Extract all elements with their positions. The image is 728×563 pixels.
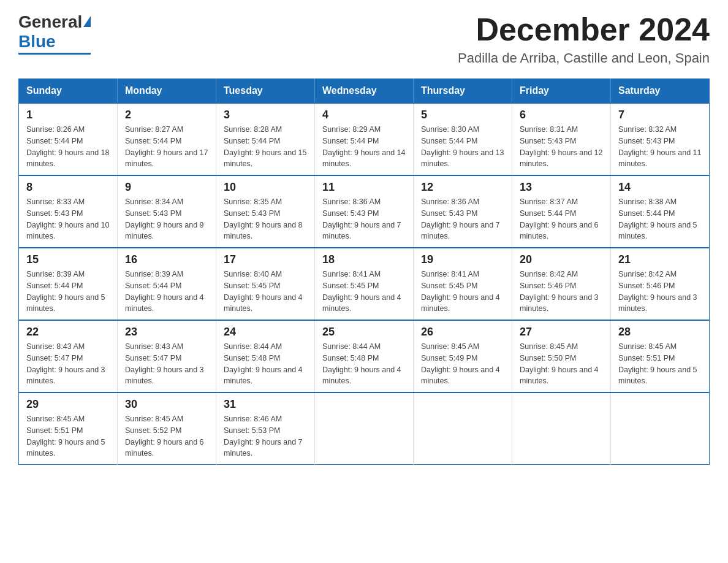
table-row: 30Sunrise: 8:45 AMSunset: 5:52 PMDayligh… xyxy=(118,393,216,465)
table-row: 24Sunrise: 8:44 AMSunset: 5:48 PMDayligh… xyxy=(216,320,315,393)
table-row: 3Sunrise: 8:28 AMSunset: 5:44 PMDaylight… xyxy=(216,103,315,175)
day-number: 9 xyxy=(125,181,208,194)
calendar-table: Sunday Monday Tuesday Wednesday Thursday… xyxy=(18,79,710,465)
day-info: Sunrise: 8:39 AMSunset: 5:44 PMDaylight:… xyxy=(125,269,208,315)
table-row: 20Sunrise: 8:42 AMSunset: 5:46 PMDayligh… xyxy=(512,248,611,320)
day-info: Sunrise: 8:45 AMSunset: 5:50 PMDaylight:… xyxy=(520,341,603,387)
day-info: Sunrise: 8:43 AMSunset: 5:47 PMDaylight:… xyxy=(125,341,208,387)
day-number: 23 xyxy=(125,326,208,339)
table-row: 10Sunrise: 8:35 AMSunset: 5:43 PMDayligh… xyxy=(216,175,315,248)
table-row: 25Sunrise: 8:44 AMSunset: 5:48 PMDayligh… xyxy=(315,320,414,393)
month-title: December 2024 xyxy=(458,12,710,47)
table-row: 6Sunrise: 8:31 AMSunset: 5:43 PMDaylight… xyxy=(512,103,611,175)
day-info: Sunrise: 8:45 AMSunset: 5:52 PMDaylight:… xyxy=(125,413,208,459)
day-number: 2 xyxy=(125,109,208,121)
table-row: 21Sunrise: 8:42 AMSunset: 5:46 PMDayligh… xyxy=(611,248,710,320)
logo-blue-text: Blue xyxy=(18,32,56,52)
col-wednesday: Wednesday xyxy=(315,79,414,104)
table-row: 26Sunrise: 8:45 AMSunset: 5:49 PMDayligh… xyxy=(414,320,512,393)
location-title: Padilla de Arriba, Castille and Leon, Sp… xyxy=(458,50,710,66)
calendar-week-1: 1Sunrise: 8:26 AMSunset: 5:44 PMDaylight… xyxy=(19,103,710,175)
calendar-header-row: Sunday Monday Tuesday Wednesday Thursday… xyxy=(19,79,710,104)
day-info: Sunrise: 8:36 AMSunset: 5:43 PMDaylight:… xyxy=(421,196,504,242)
day-info: Sunrise: 8:36 AMSunset: 5:43 PMDaylight:… xyxy=(322,196,406,242)
day-number: 21 xyxy=(618,253,702,266)
day-number: 16 xyxy=(125,253,208,266)
day-number: 11 xyxy=(322,181,406,194)
table-row xyxy=(414,393,512,465)
day-number: 3 xyxy=(224,109,307,121)
day-number: 22 xyxy=(26,326,110,339)
day-info: Sunrise: 8:28 AMSunset: 5:44 PMDaylight:… xyxy=(224,124,307,170)
day-number: 1 xyxy=(26,109,110,121)
col-saturday: Saturday xyxy=(611,79,710,104)
col-monday: Monday xyxy=(118,79,216,104)
calendar-week-5: 29Sunrise: 8:45 AMSunset: 5:51 PMDayligh… xyxy=(19,393,710,465)
table-row: 14Sunrise: 8:38 AMSunset: 5:44 PMDayligh… xyxy=(611,175,710,248)
table-row: 5Sunrise: 8:30 AMSunset: 5:44 PMDaylight… xyxy=(414,103,512,175)
table-row: 17Sunrise: 8:40 AMSunset: 5:45 PMDayligh… xyxy=(216,248,315,320)
table-row: 1Sunrise: 8:26 AMSunset: 5:44 PMDaylight… xyxy=(19,103,118,175)
col-tuesday: Tuesday xyxy=(216,79,315,104)
day-number: 24 xyxy=(224,326,307,339)
day-number: 26 xyxy=(421,326,504,339)
day-number: 20 xyxy=(520,253,603,266)
day-number: 14 xyxy=(618,181,702,194)
day-info: Sunrise: 8:44 AMSunset: 5:48 PMDaylight:… xyxy=(224,341,307,387)
day-info: Sunrise: 8:35 AMSunset: 5:43 PMDaylight:… xyxy=(224,196,307,242)
day-info: Sunrise: 8:38 AMSunset: 5:44 PMDaylight:… xyxy=(618,196,702,242)
day-info: Sunrise: 8:33 AMSunset: 5:43 PMDaylight:… xyxy=(26,196,110,242)
table-row: 11Sunrise: 8:36 AMSunset: 5:43 PMDayligh… xyxy=(315,175,414,248)
day-info: Sunrise: 8:45 AMSunset: 5:49 PMDaylight:… xyxy=(421,341,504,387)
day-info: Sunrise: 8:44 AMSunset: 5:48 PMDaylight:… xyxy=(322,341,406,387)
day-number: 18 xyxy=(322,253,406,266)
col-sunday: Sunday xyxy=(19,79,118,104)
day-number: 4 xyxy=(322,109,406,121)
logo: General Blue xyxy=(18,12,91,55)
day-number: 12 xyxy=(421,181,504,194)
day-info: Sunrise: 8:32 AMSunset: 5:43 PMDaylight:… xyxy=(618,124,702,170)
table-row: 9Sunrise: 8:34 AMSunset: 5:43 PMDaylight… xyxy=(118,175,216,248)
calendar-week-3: 15Sunrise: 8:39 AMSunset: 5:44 PMDayligh… xyxy=(19,248,710,320)
table-row: 22Sunrise: 8:43 AMSunset: 5:47 PMDayligh… xyxy=(19,320,118,393)
table-row: 8Sunrise: 8:33 AMSunset: 5:43 PMDaylight… xyxy=(19,175,118,248)
day-info: Sunrise: 8:39 AMSunset: 5:44 PMDaylight:… xyxy=(26,269,110,315)
table-row: 7Sunrise: 8:32 AMSunset: 5:43 PMDaylight… xyxy=(611,103,710,175)
day-number: 10 xyxy=(224,181,307,194)
table-row: 19Sunrise: 8:41 AMSunset: 5:45 PMDayligh… xyxy=(414,248,512,320)
day-info: Sunrise: 8:45 AMSunset: 5:51 PMDaylight:… xyxy=(26,413,110,459)
table-row: 4Sunrise: 8:29 AMSunset: 5:44 PMDaylight… xyxy=(315,103,414,175)
day-info: Sunrise: 8:41 AMSunset: 5:45 PMDaylight:… xyxy=(322,269,406,315)
day-info: Sunrise: 8:42 AMSunset: 5:46 PMDaylight:… xyxy=(618,269,702,315)
day-number: 29 xyxy=(26,398,110,411)
day-info: Sunrise: 8:45 AMSunset: 5:51 PMDaylight:… xyxy=(618,341,702,387)
day-info: Sunrise: 8:29 AMSunset: 5:44 PMDaylight:… xyxy=(322,124,406,170)
table-row: 18Sunrise: 8:41 AMSunset: 5:45 PMDayligh… xyxy=(315,248,414,320)
day-info: Sunrise: 8:27 AMSunset: 5:44 PMDaylight:… xyxy=(125,124,208,170)
day-number: 15 xyxy=(26,253,110,266)
day-info: Sunrise: 8:37 AMSunset: 5:44 PMDaylight:… xyxy=(520,196,603,242)
day-number: 5 xyxy=(421,109,504,121)
logo-underline xyxy=(18,53,91,55)
day-info: Sunrise: 8:31 AMSunset: 5:43 PMDaylight:… xyxy=(520,124,603,170)
day-number: 30 xyxy=(125,398,208,411)
table-row: 13Sunrise: 8:37 AMSunset: 5:44 PMDayligh… xyxy=(512,175,611,248)
logo-text: General xyxy=(18,12,91,32)
day-info: Sunrise: 8:40 AMSunset: 5:45 PMDaylight:… xyxy=(224,269,307,315)
table-row: 16Sunrise: 8:39 AMSunset: 5:44 PMDayligh… xyxy=(118,248,216,320)
day-info: Sunrise: 8:43 AMSunset: 5:47 PMDaylight:… xyxy=(26,341,110,387)
day-number: 13 xyxy=(520,181,603,194)
day-info: Sunrise: 8:46 AMSunset: 5:53 PMDaylight:… xyxy=(224,413,307,459)
day-number: 6 xyxy=(520,109,603,121)
calendar-week-2: 8Sunrise: 8:33 AMSunset: 5:43 PMDaylight… xyxy=(19,175,710,248)
title-section: December 2024 Padilla de Arriba, Castill… xyxy=(458,12,710,66)
day-info: Sunrise: 8:41 AMSunset: 5:45 PMDaylight:… xyxy=(421,269,504,315)
table-row: 27Sunrise: 8:45 AMSunset: 5:50 PMDayligh… xyxy=(512,320,611,393)
calendar-week-4: 22Sunrise: 8:43 AMSunset: 5:47 PMDayligh… xyxy=(19,320,710,393)
day-number: 27 xyxy=(520,326,603,339)
day-info: Sunrise: 8:34 AMSunset: 5:43 PMDaylight:… xyxy=(125,196,208,242)
table-row: 31Sunrise: 8:46 AMSunset: 5:53 PMDayligh… xyxy=(216,393,315,465)
day-number: 25 xyxy=(322,326,406,339)
day-info: Sunrise: 8:30 AMSunset: 5:44 PMDaylight:… xyxy=(421,124,504,170)
day-info: Sunrise: 8:42 AMSunset: 5:46 PMDaylight:… xyxy=(520,269,603,315)
